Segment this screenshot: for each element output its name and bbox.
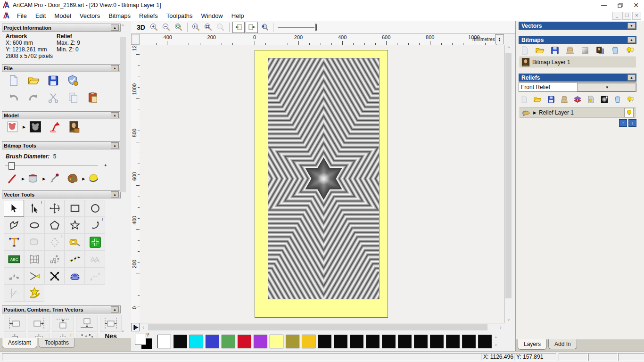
zoom-object-button[interactable] xyxy=(215,22,226,33)
copy-icon[interactable] xyxy=(67,91,79,104)
menu-bitmaps[interactable]: Bitmaps xyxy=(104,11,135,20)
slider-handle[interactable] xyxy=(8,162,15,170)
palette-swatch-1[interactable] xyxy=(173,335,187,348)
close-button[interactable]: ✕ xyxy=(628,0,644,10)
preview-layer-icon[interactable] xyxy=(586,94,595,105)
paint-brush-icon[interactable] xyxy=(7,173,19,185)
block-model-tool[interactable] xyxy=(85,234,105,251)
palette-swatch-8[interactable] xyxy=(286,335,299,348)
extrude-dome-tool[interactable] xyxy=(65,268,85,285)
palette-scroll-down-icon[interactable]: ⌄ xyxy=(494,342,498,346)
open-relief-icon[interactable] xyxy=(533,94,542,105)
menu-edit[interactable]: Edit xyxy=(31,11,50,20)
next-bitmap-layer-button[interactable] xyxy=(246,22,258,33)
palette-swatch-3[interactable] xyxy=(206,335,219,348)
primary-colour[interactable] xyxy=(135,334,146,345)
fit-spline-tool[interactable] xyxy=(85,268,105,285)
zoom-in-button[interactable] xyxy=(149,22,160,33)
drawing-canvas[interactable] xyxy=(140,45,504,323)
3d-view-button[interactable]: 3D xyxy=(134,22,148,33)
minimize-button[interactable]: — xyxy=(596,0,612,10)
palette-swatch-5[interactable] xyxy=(238,335,251,348)
select-vectors-tool[interactable] xyxy=(4,200,24,217)
door-relief-pattern[interactable] xyxy=(268,58,380,299)
palette-scroll-up-icon[interactable]: ⌃ xyxy=(494,337,498,340)
tab-add-in[interactable]: Add In xyxy=(548,339,577,349)
open-bitmap-icon[interactable] xyxy=(535,45,545,56)
paint-bucket-icon[interactable] xyxy=(27,173,40,185)
palette-swatch-15[interactable] xyxy=(398,335,412,348)
door-artwork-frame[interactable] xyxy=(255,50,388,318)
palette-swatch-20[interactable] xyxy=(478,335,492,348)
menu-toolpaths[interactable]: Toolpaths xyxy=(162,11,197,20)
scroll-up-icon[interactable]: ⌃ xyxy=(505,45,512,52)
scrollbar-thumb[interactable] xyxy=(120,37,126,192)
scroll-right-icon[interactable]: › xyxy=(497,323,504,332)
tab-assistant[interactable]: Assistant xyxy=(2,338,37,348)
zoom-previous-button[interactable] xyxy=(173,22,184,33)
menu-window[interactable]: Window xyxy=(197,11,227,20)
texture-relief-icon[interactable] xyxy=(560,94,569,105)
new-model-icon[interactable] xyxy=(8,74,20,87)
expand-button[interactable]: ▼ xyxy=(627,23,636,29)
new-bitmap-layer-icon[interactable] xyxy=(520,45,530,56)
cut-icon[interactable] xyxy=(47,91,59,104)
arc-through-points-tool[interactable] xyxy=(4,268,24,285)
mdi-close-button[interactable]: ✕ xyxy=(632,12,641,20)
save-bitmap-icon[interactable] xyxy=(550,45,560,56)
create-ellipse-tool[interactable] xyxy=(24,217,44,234)
slider-spinner[interactable]: ✦ xyxy=(104,163,107,168)
mdi-restore-button[interactable]: ❐ xyxy=(622,12,631,20)
palette-swatch-19[interactable] xyxy=(462,335,476,348)
open-file-icon[interactable] xyxy=(27,74,40,87)
new-relief-layer-icon[interactable] xyxy=(520,94,529,105)
move-layer-down-button[interactable]: ↓ xyxy=(628,119,636,127)
palette-swatch-14[interactable] xyxy=(382,335,396,348)
palette-swatch-13[interactable] xyxy=(366,335,380,348)
fit-curve-to-points-tool[interactable] xyxy=(65,251,85,268)
palette-swatch-10[interactable] xyxy=(318,335,331,348)
create-circle-tool[interactable] xyxy=(85,200,105,217)
collapse-button[interactable]: ▲ xyxy=(627,37,636,43)
vector-doctor-tool[interactable] xyxy=(24,285,44,302)
offset-vector-tool[interactable]: ⊤ xyxy=(44,234,65,251)
menu-reliefs[interactable]: Reliefs xyxy=(135,11,162,20)
scroll-down-icon[interactable]: ⌄ xyxy=(119,327,127,335)
scrollbar-thumb[interactable] xyxy=(505,53,512,298)
delete-layer-icon[interactable] xyxy=(610,45,620,56)
envelope-distortion-tool[interactable] xyxy=(24,251,44,268)
scrollbar-thumb[interactable] xyxy=(148,324,487,330)
brush-diameter-slider[interactable]: ✦ xyxy=(5,162,99,168)
ruler-units-dropdown[interactable]: ▼▼ xyxy=(495,34,504,44)
align-left-button[interactable] xyxy=(4,315,25,332)
palette-swatch-7[interactable] xyxy=(270,335,283,348)
link-colours-icon[interactable]: ⚲ xyxy=(146,332,149,337)
expand-layer-icon[interactable]: ▶ xyxy=(533,110,537,115)
menu-help[interactable]: Help xyxy=(227,11,248,20)
section-profile-tool[interactable] xyxy=(4,285,24,302)
zoom-slider[interactable] xyxy=(276,23,323,32)
measure-tool[interactable] xyxy=(65,234,85,251)
paste-icon[interactable] xyxy=(87,91,99,104)
colour-picker-icon[interactable] xyxy=(48,173,60,185)
collapse-button[interactable]: ▲ xyxy=(627,74,636,81)
save-model-icon[interactable] xyxy=(47,74,59,87)
wrap-vectors-tool[interactable] xyxy=(85,251,105,268)
lighting-icon[interactable] xyxy=(48,121,60,133)
tab-toolpaths[interactable]: Toolpaths xyxy=(39,338,75,348)
undo-icon[interactable] xyxy=(8,91,20,104)
palette-swatch-16[interactable] xyxy=(414,335,428,348)
toggle-visibility-icon[interactable] xyxy=(625,45,636,56)
toggle-visibility-icon[interactable] xyxy=(626,94,636,105)
panel-scrollbar[interactable]: ⌃ ⌄ xyxy=(119,24,127,335)
zoom-out-button[interactable] xyxy=(161,22,172,33)
zoom-1-1-button[interactable] xyxy=(190,22,202,33)
pan-mode-button[interactable]: ▐▶ xyxy=(131,323,140,331)
align-right-button[interactable] xyxy=(28,315,50,332)
scroll-left-icon[interactable]: ‹ xyxy=(140,323,147,332)
paste-along-curve-tool[interactable] xyxy=(44,251,65,268)
greyscale-preview-icon[interactable] xyxy=(29,121,41,133)
collapse-button[interactable]: ▲ xyxy=(111,25,119,31)
collapse-button[interactable]: ▲ xyxy=(111,191,119,197)
model-options-icon[interactable] xyxy=(67,74,79,87)
